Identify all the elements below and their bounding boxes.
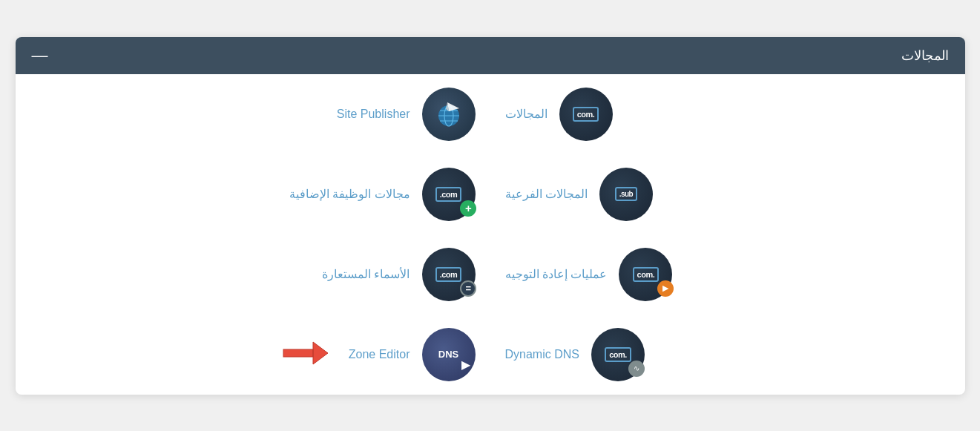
site-publisher-cell[interactable]: Site Publisher [16, 74, 490, 154]
redirects-label: عمليات إعادة التوجيه [505, 267, 608, 281]
items-grid: Site Publisher .com [16, 74, 965, 395]
aliases-cell[interactable]: الأسماء المستعارة .com = [16, 234, 490, 315]
header-title: المجالات [901, 47, 949, 64]
addon-domains-icon: .com + [422, 168, 476, 221]
dynamic-dns-icon: .com ∿ [591, 328, 645, 381]
subdomains-cell[interactable]: sub. المجالات الفرعية [490, 154, 965, 234]
site-publisher-label: Site Publisher [337, 108, 410, 121]
domains-cell[interactable]: .com المجالات [490, 74, 965, 154]
aliases-icon: .com = [422, 248, 476, 301]
domains-label: المجالات [505, 107, 547, 121]
arrow-indicator [282, 339, 329, 370]
redirects-icon: .com ▶ [619, 248, 672, 301]
zone-editor-label: Zone Editor [349, 348, 410, 361]
svg-rect-7 [283, 349, 313, 357]
addon-domains-cell[interactable]: مجالات الوظيفة الإضافية .com + [16, 154, 490, 234]
site-publisher-icon [422, 88, 476, 141]
header: المجالات — [16, 37, 965, 74]
zone-editor-icon: DNS ▶ [422, 328, 476, 381]
subdomains-label: المجالات الفرعية [505, 187, 588, 201]
subdomains-icon: sub. [599, 168, 653, 221]
redirects-cell[interactable]: .com ▶ عمليات إعادة التوجيه [490, 234, 965, 315]
publisher-svg [433, 98, 465, 131]
dynamic-dns-label: Dynamic DNS [505, 348, 579, 361]
arrow-svg [282, 339, 329, 367]
dynamic-dns-cell[interactable]: .com ∿ Dynamic DNS [490, 315, 965, 395]
zone-editor-cell[interactable]: Zone Editor DNS ▶ [16, 315, 490, 395]
domains-icon: .com [559, 88, 613, 141]
main-card: المجالات — Site Publisher [16, 37, 965, 395]
addon-domains-label: مجالات الوظيفة الإضافية [289, 187, 410, 201]
aliases-label: الأسماء المستعارة [322, 267, 410, 281]
collapse-icon[interactable]: — [32, 47, 48, 64]
svg-marker-8 [313, 342, 328, 364]
